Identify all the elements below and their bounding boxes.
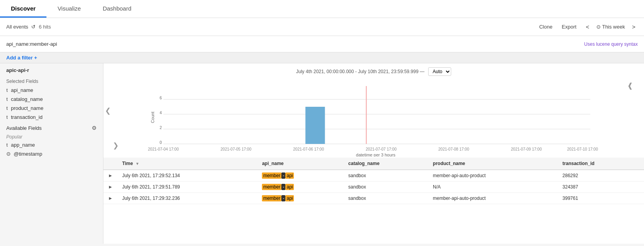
cell-catalog-name: sandbox	[343, 193, 428, 204]
col-header-product-name[interactable]: product_name	[428, 158, 558, 170]
expand-up-button[interactable]: ❯	[113, 141, 119, 150]
prev-time-button[interactable]: <	[584, 22, 592, 32]
collapse-chart-button[interactable]: ❮	[105, 106, 111, 115]
next-time-button[interactable]: >	[630, 22, 638, 32]
svg-text:2021-07-06 17:00: 2021-07-06 17:00	[293, 147, 324, 151]
highlight-member: member	[262, 195, 281, 201]
cell-api-name: member-api	[257, 193, 343, 204]
toolbar: All events ↺ 6 hits Clone Export < ⊙ Thi…	[0, 18, 644, 36]
svg-text:Count: Count	[150, 111, 155, 123]
search-input[interactable]	[6, 41, 584, 47]
content-area: ❮ July 4th 2021, 00:00:00.000 - July 10t…	[103, 63, 644, 244]
field-name-label: product_name	[11, 105, 43, 111]
cell-product-name: member-api-auto-product	[428, 170, 558, 181]
time-range-selector[interactable]: ⊙ This week	[596, 24, 625, 30]
cell-transaction-id: 324387	[558, 181, 644, 193]
svg-text:2021-07-07 17:00: 2021-07-07 17:00	[366, 147, 397, 151]
svg-text:2021-07-10 17:00: 2021-07-10 17:00	[567, 147, 598, 151]
svg-text:datetime per 3 hours: datetime per 3 hours	[356, 153, 395, 156]
svg-text:2021-07-05 17:00: 2021-07-05 17:00	[221, 147, 251, 151]
clone-button[interactable]: Clone	[537, 22, 555, 31]
table-body: ► July 6th 2021, 17:29:52.134 member-api…	[103, 170, 644, 204]
chart-section: ❮ July 4th 2021, 00:00:00.000 - July 10t…	[103, 63, 644, 158]
sort-arrow-icon: ▼	[135, 162, 139, 166]
index-pattern-label: apic-api-r	[6, 67, 29, 73]
sidebar-field-timestamp[interactable]: ⊙ @timestamp	[0, 149, 103, 158]
col-header-catalog-name[interactable]: catalog_name	[343, 158, 428, 170]
toolbar-left: All events ↺ 6 hits	[6, 24, 51, 30]
field-type-icon: ⊙	[6, 151, 11, 157]
table-row: ► July 6th 2021, 17:29:52.134 member-api…	[103, 170, 644, 181]
field-type-icon: t	[6, 142, 8, 148]
row-expand-button[interactable]: ►	[103, 170, 117, 181]
sidebar-field-api-name[interactable]: t api_name	[0, 86, 103, 95]
results-table-section: Time ▼ api_name catalog_name product_nam…	[103, 158, 644, 244]
table-row: ► July 6th 2021, 17:29:32.236 member-api…	[103, 193, 644, 204]
field-name-label: catalog_name	[11, 96, 43, 102]
popular-label: Popular	[0, 133, 103, 140]
cell-time: July 6th 2021, 17:29:52.134	[117, 170, 258, 181]
svg-text:2021-07-04 17:00: 2021-07-04 17:00	[148, 147, 179, 151]
row-expand-button[interactable]: ►	[103, 181, 117, 193]
hits-count: 6 hits	[39, 24, 51, 30]
lucene-syntax-link[interactable]: Uses lucene query syntax	[584, 41, 638, 47]
date-range-label: July 4th 2021, 00:00:00.000 - July 10th …	[296, 69, 425, 74]
sidebar-field-catalog-name[interactable]: t catalog_name	[0, 95, 103, 104]
field-type-icon: t	[6, 106, 8, 111]
highlight-api: api	[285, 184, 294, 190]
highlight-sep: -	[281, 172, 285, 179]
top-nav: Discover Visualize Dashboard	[0, 0, 644, 18]
cell-time: July 6th 2021, 17:29:32.236	[117, 193, 258, 204]
tab-dashboard[interactable]: Dashboard	[92, 0, 142, 18]
sidebar-field-app-name[interactable]: t app_name	[0, 140, 103, 149]
cell-api-name: member-api	[257, 170, 343, 181]
field-name-label: @timestamp	[14, 151, 42, 157]
cell-product-name: N/A	[428, 181, 558, 193]
field-type-icon: t	[6, 97, 8, 102]
clock-icon: ⊙	[596, 24, 601, 30]
table-row: ► July 6th 2021, 17:29:51.789 member-api…	[103, 181, 644, 193]
available-fields-label: Available Fields	[6, 125, 42, 131]
time-range-label: This week	[602, 24, 625, 30]
svg-text:0: 0	[160, 140, 162, 145]
cell-product-name: member-api-auto-product	[428, 193, 558, 204]
chart-header: July 4th 2021, 00:00:00.000 - July 10th …	[111, 67, 636, 76]
col-header-transaction-id[interactable]: transaction_id	[558, 158, 644, 170]
gear-icon[interactable]: ⚙	[92, 125, 97, 131]
cell-catalog-name: sandbox	[343, 170, 428, 181]
highlight-sep: -	[281, 184, 285, 190]
chart-container: Count 0 2 4 6	[111, 78, 636, 158]
search-bar: Uses lucene query syntax	[0, 36, 644, 52]
field-type-icon: t	[6, 115, 8, 120]
refresh-icon[interactable]: ↺	[31, 24, 36, 30]
export-button[interactable]: Export	[559, 22, 579, 31]
tab-discover[interactable]: Discover	[0, 0, 46, 18]
expand-col-header	[103, 158, 117, 170]
add-filter-button[interactable]: Add a filter +	[6, 55, 37, 61]
highlight-api: api	[285, 195, 294, 201]
table-header: Time ▼ api_name catalog_name product_nam…	[103, 158, 644, 170]
svg-text:2: 2	[160, 126, 162, 130]
cell-time: July 6th 2021, 17:29:51.789	[117, 181, 258, 193]
interval-select[interactable]: Auto	[428, 67, 451, 76]
col-header-time[interactable]: Time ▼	[117, 158, 258, 170]
sidebar-field-transaction-id[interactable]: t transaction_id	[0, 113, 103, 122]
selected-fields-label: Selected Fields	[0, 75, 103, 86]
highlight-member: member	[262, 172, 281, 179]
col-header-api-name[interactable]: api_name	[257, 158, 343, 170]
field-name-label: transaction_id	[11, 114, 43, 120]
results-table: Time ▼ api_name catalog_name product_nam…	[103, 158, 644, 204]
field-name-label: api_name	[11, 87, 33, 93]
expand-button[interactable]: ❰	[627, 81, 633, 90]
filter-bar: Add a filter +	[0, 52, 644, 63]
main-layout: apic-api-r Selected Fields t api_name t …	[0, 63, 644, 244]
row-expand-button[interactable]: ►	[103, 193, 117, 204]
histogram-chart: Count 0 2 4 6	[111, 78, 636, 156]
cell-transaction-id: 286292	[558, 170, 644, 181]
highlight-api: api	[285, 172, 294, 179]
cell-transaction-id: 399761	[558, 193, 644, 204]
field-type-icon: t	[6, 88, 8, 93]
sidebar-field-product-name[interactable]: t product_name	[0, 104, 103, 113]
tab-visualize[interactable]: Visualize	[46, 0, 92, 18]
histogram-bar	[306, 107, 325, 144]
